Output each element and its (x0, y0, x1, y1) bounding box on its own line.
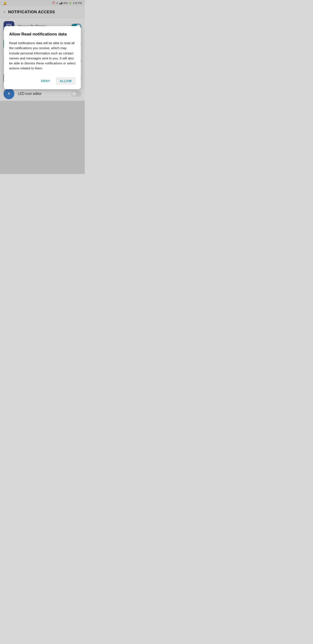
dialog-overlay: Allow Read notifications data Read notif… (0, 0, 85, 174)
dialog-buttons: DENY ALLOW (9, 77, 76, 85)
allow-button[interactable]: ALLOW (56, 77, 76, 85)
dialog-body: Read notifications data will be able to … (9, 40, 76, 71)
dialog-title: Allow Read notifications data (9, 32, 76, 36)
deny-button[interactable]: DENY (37, 77, 54, 85)
permission-dialog: Allow Read notifications data Read notif… (4, 26, 81, 89)
